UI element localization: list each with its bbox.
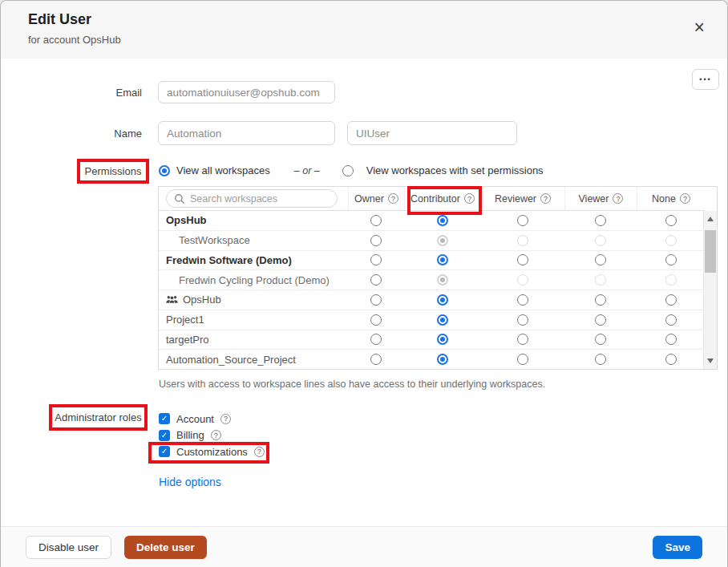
disable-user-button[interactable]: Disable user [26,536,111,559]
billing-checkbox[interactable]: ✓ [159,430,170,441]
owner-radio[interactable] [370,294,382,306]
reviewer-radio[interactable] [517,254,528,265]
contributor-radio[interactable] [437,314,448,326]
workspace-name: Automation_Source_Project [159,354,348,366]
none-radio[interactable] [665,215,677,226]
owner-radio[interactable] [370,215,382,226]
account-label: Account [176,413,214,425]
dialog-subtitle: for account OpsHub [28,34,121,46]
reviewer-radio[interactable] [517,314,528,326]
contributor-radio [437,235,448,246]
help-icon[interactable]: ? [680,193,690,204]
viewer-radio [595,274,606,286]
workspace-name: Fredwin Software (Demo) [159,254,348,266]
column-header-reviewer: Reviewer? [480,187,564,210]
delete-user-button[interactable]: Delete user [124,536,207,559]
owner-radio[interactable] [370,354,382,365]
save-button[interactable]: Save [653,536,702,559]
reviewer-radio [517,274,528,286]
view-set-permissions-radio[interactable] [342,165,354,176]
hide-options-link[interactable]: Hide options [159,476,221,488]
table-row: Automation_Source_Project [159,349,703,369]
scroll-up-icon[interactable] [707,217,714,221]
viewer-radio[interactable] [595,314,606,326]
first-name-field[interactable] [158,121,335,145]
table-header-row: Owner? Contributor? Reviewer? Viewer? No… [159,187,705,211]
admin-roles-label: Administrator roles [55,411,141,423]
help-icon[interactable]: ? [464,193,475,204]
role-item-customizations: ✓ Customizations ? [159,446,265,457]
column-header-viewer: Viewer? [564,187,637,210]
team-icon [166,295,178,304]
role-item-billing: ✓ Billing ? [159,430,265,441]
viewer-radio[interactable] [595,354,606,365]
view-set-permissions-label: View workspaces with set permissions [366,164,544,176]
column-header-contributor: Contributor? [404,187,480,210]
view-all-workspaces-radio[interactable] [159,165,170,176]
reviewer-radio[interactable] [517,294,528,306]
table-body: OpsHub TestWorkspace Fredwin Software (D… [159,211,703,369]
contributor-radio[interactable] [437,254,448,265]
workspace-name: TestWorkspace [159,234,348,246]
workspace-name: Fredwin Cycling Product (Demo) [159,274,348,286]
none-radio[interactable] [665,254,677,265]
table-scrollbar[interactable] [703,211,717,369]
account-checkbox[interactable]: ✓ [159,413,170,424]
none-radio[interactable] [665,314,677,326]
annotation-box-permissions: Permissions [77,159,149,184]
none-radio[interactable] [665,334,677,345]
email-label: Email [1,87,142,99]
reviewer-radio [517,235,528,246]
workspace-permissions-table: Owner? Contributor? Reviewer? Viewer? No… [158,186,718,370]
last-name-field[interactable] [347,121,517,145]
contributor-radio[interactable] [437,215,448,226]
table-note: Users with access to workspace lines als… [159,379,545,390]
scrollbar-thumb[interactable] [705,230,716,273]
contributor-radio[interactable] [437,354,448,365]
close-icon[interactable]: × [694,18,705,37]
more-options-button[interactable]: ••• [692,69,719,90]
help-icon[interactable]: ? [211,430,221,440]
workspace-search[interactable] [166,189,338,208]
viewer-radio[interactable] [595,215,606,226]
scroll-down-icon[interactable] [707,358,714,363]
help-icon[interactable]: ? [220,414,231,424]
column-header-owner: Owner? [348,187,404,210]
viewer-radio[interactable] [595,294,606,306]
permissions-label: Permissions [85,165,142,177]
dialog-header: Edit User for account OpsHub × [1,1,727,59]
owner-radio[interactable] [370,274,382,286]
email-field[interactable] [158,81,335,103]
role-item-account: ✓ Account ? [159,413,265,424]
reviewer-radio[interactable] [517,354,528,365]
help-icon[interactable]: ? [613,193,623,204]
view-all-workspaces-label: View all workspaces [176,164,270,176]
none-radio[interactable] [665,294,677,306]
help-icon[interactable]: ? [388,193,398,204]
permissions-options: View all workspaces – or – View workspac… [159,164,544,176]
owner-radio[interactable] [370,334,382,345]
name-label: Name [1,128,142,140]
none-radio [665,274,677,286]
help-icon[interactable]: ? [540,193,551,204]
viewer-radio[interactable] [595,334,606,345]
contributor-radio[interactable] [437,294,448,306]
viewer-radio[interactable] [595,254,606,265]
owner-radio[interactable] [370,235,382,246]
reviewer-radio[interactable] [517,215,528,226]
customizations-label: Customizations [176,446,248,458]
table-row: Project1 [159,310,703,330]
customizations-checkbox[interactable]: ✓ [159,446,170,457]
owner-radio[interactable] [370,254,382,265]
none-radio [665,235,677,246]
billing-label: Billing [176,429,204,441]
reviewer-radio[interactable] [517,334,528,345]
search-input[interactable] [190,193,330,205]
viewer-radio [595,235,606,246]
help-icon[interactable]: ? [254,447,265,457]
workspace-name: targetPro [159,334,348,346]
table-row: OpsHub [159,290,703,310]
contributor-radio[interactable] [437,334,448,345]
owner-radio[interactable] [370,314,382,326]
none-radio[interactable] [665,354,677,365]
